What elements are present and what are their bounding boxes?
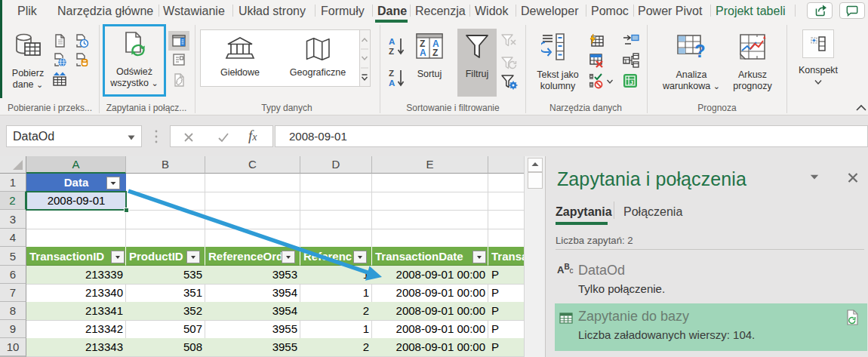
svg-text:Z: Z — [389, 47, 394, 56]
svg-text:A: A — [420, 48, 426, 58]
svg-text:J: J — [630, 79, 633, 86]
svg-text:?: ? — [694, 41, 706, 61]
svg-text:c: c — [570, 266, 574, 275]
svg-text:A: A — [557, 264, 565, 275]
svg-text:A: A — [389, 78, 395, 88]
svg-text:Z: Z — [389, 69, 394, 78]
svg-text:A: A — [389, 37, 395, 46]
svg-text:Z: Z — [432, 48, 438, 58]
